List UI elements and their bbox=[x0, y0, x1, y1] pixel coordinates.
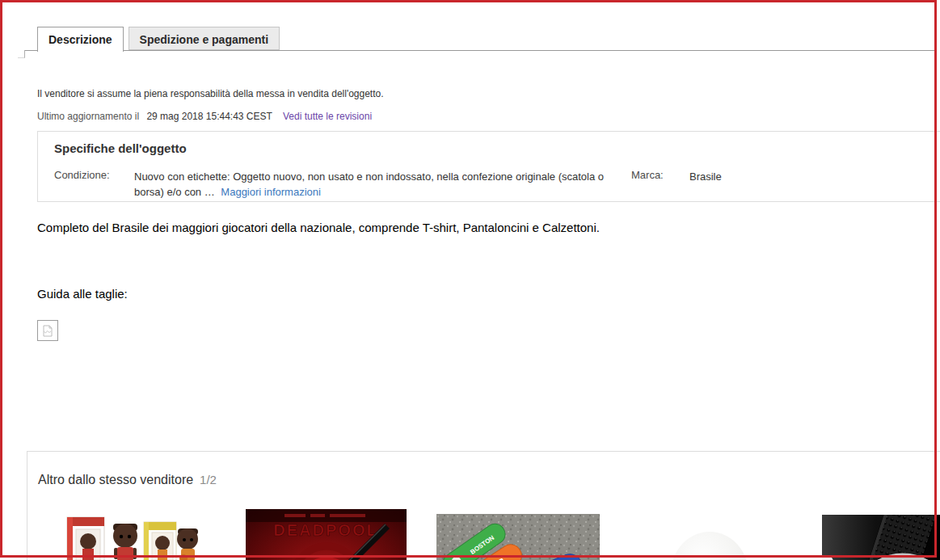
brand-label: Marca: bbox=[631, 169, 688, 181]
product-thumbnail-black-mesh-watch[interactable] bbox=[822, 515, 940, 560]
last-update-line: Ultimo aggiornamento il 29 mag 2018 15:4… bbox=[37, 111, 372, 122]
poster-title-text: DEADPOOL bbox=[273, 521, 377, 539]
condition-value: Nuovo con etichette: Oggetto nuovo, non … bbox=[134, 169, 634, 200]
carousel-page-indicator: 1/2 bbox=[200, 473, 217, 486]
condition-text: Nuovo con etichette: Oggetto nuovo, non … bbox=[134, 171, 604, 198]
more-info-link[interactable]: Maggiori informazioni bbox=[221, 186, 321, 198]
more-from-seller-label: Altro dallo stesso venditore bbox=[38, 473, 193, 486]
item-specifics-title: Specifiche dell'oggetto bbox=[54, 141, 187, 155]
item-description-text: Completo del Brasile dei maggiori giocat… bbox=[37, 221, 894, 234]
broken-image-icon bbox=[37, 320, 58, 341]
product-thumbnail-deadpool-poster[interactable]: DEADPOOL bbox=[246, 509, 407, 560]
last-update-label: Ultimo aggiornamento il bbox=[37, 111, 139, 122]
tab-divider-step bbox=[18, 50, 25, 58]
tab-bar: Descrizione Spedizione e pagamenti bbox=[37, 27, 280, 52]
brand-value: Brasile bbox=[689, 169, 722, 184]
size-guide-label: Guida alle taglie: bbox=[37, 287, 128, 301]
product-thumbnail-white-earphone[interactable] bbox=[639, 509, 777, 560]
last-update-timestamp: 29 mag 2018 15:44:43 CEST bbox=[146, 111, 272, 122]
tab-description[interactable]: Descrizione bbox=[37, 27, 124, 52]
more-from-seller-title: Altro dallo stesso venditore1/2 bbox=[38, 473, 217, 487]
product-thumbnail-funko-pop-nba-figures[interactable] bbox=[65, 509, 204, 560]
product-thumbnail-nba-wristbands[interactable]: BOSTON bbox=[436, 514, 600, 560]
condition-label: Condizione: bbox=[54, 169, 131, 181]
seller-responsibility-text: Il venditore si assume la piena responsa… bbox=[37, 88, 384, 99]
item-specifics-box: Specifiche dell'oggetto Condizione: Nuov… bbox=[37, 131, 940, 202]
view-revisions-link[interactable]: Vedi tutte le revisioni bbox=[283, 111, 372, 122]
tab-shipping-payments[interactable]: Spedizione e pagamenti bbox=[129, 27, 280, 50]
